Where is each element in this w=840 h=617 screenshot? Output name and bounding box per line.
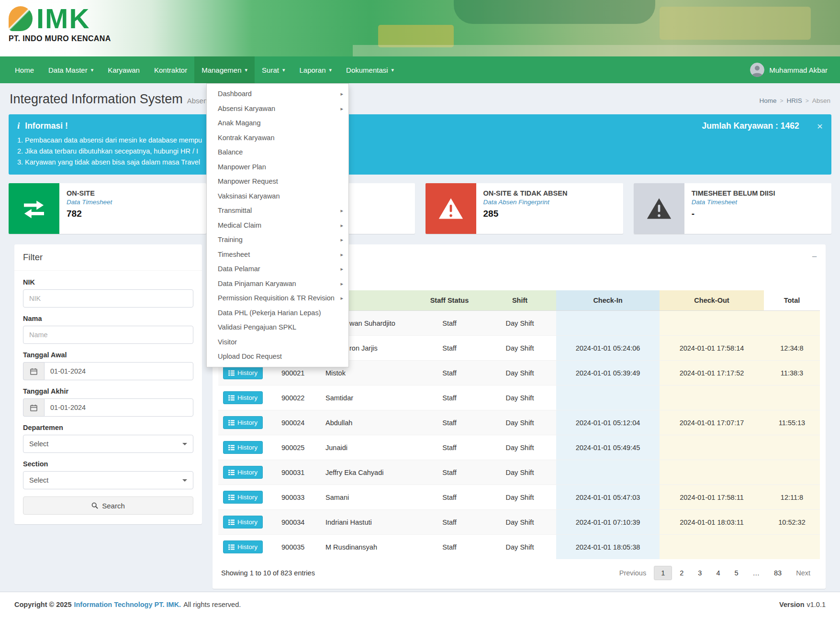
menu-item-visitor[interactable]: Visitor: [207, 335, 348, 350]
pagination-page-83[interactable]: 83: [767, 566, 788, 580]
departemen-select-value: Select: [29, 440, 48, 448]
pagination-page-4[interactable]: 4: [709, 566, 727, 580]
caret-down-icon: ▾: [245, 67, 248, 73]
nav-item-surat[interactable]: Surat ▾: [255, 56, 292, 83]
breadcrumb-home[interactable]: Home: [759, 97, 776, 104]
menu-item-training[interactable]: Training▸: [207, 232, 348, 247]
menu-item-label: Kontrak Karyawan: [218, 134, 274, 142]
stat-link[interactable]: Data Timesheet: [67, 198, 112, 206]
menu-item-transmittal[interactable]: Transmittal▸: [207, 203, 348, 218]
pagination-previous[interactable]: Previous: [613, 566, 653, 580]
history-button[interactable]: History: [223, 540, 263, 553]
alert-line: 1. Pembacaan data absensi dari mesin ke …: [17, 135, 823, 146]
history-button[interactable]: History: [223, 516, 263, 529]
pagination-page-3[interactable]: 3: [691, 566, 708, 580]
close-icon[interactable]: ×: [817, 121, 823, 131]
pagination-page-1[interactable]: 1: [654, 566, 672, 580]
cell-nama: Junaidi: [321, 435, 415, 460]
history-button[interactable]: History: [223, 416, 263, 429]
tanggal-akhir-input[interactable]: [44, 398, 193, 417]
brand-logo[interactable]: IMK PT. INDO MURO KENCANA: [9, 5, 111, 43]
header-staff-status[interactable]: Staff Status: [415, 290, 483, 311]
menu-item-dashboard[interactable]: Dashboard▸: [207, 87, 348, 101]
cell-shift: Day Shift: [483, 336, 556, 361]
pagination-ellipsis: …: [746, 566, 767, 580]
cell-nik: 900024: [277, 410, 321, 435]
nav-item-dokumentasi[interactable]: Dokumentasi ▾: [339, 56, 401, 83]
cell-status: Staff: [415, 460, 483, 485]
section-select[interactable]: Select: [23, 471, 193, 489]
nav-item-kontraktor[interactable]: Kontraktor: [147, 56, 194, 83]
cell-status: Staff: [415, 435, 483, 460]
menu-item-kontrak-karyawan[interactable]: Kontrak Karyawan: [207, 131, 348, 145]
list-icon: [228, 470, 235, 475]
menu-item-manpower-plan[interactable]: Manpower Plan: [207, 160, 348, 175]
user-menu[interactable]: Muhammad Akbar: [738, 56, 840, 83]
nama-label: Nama: [23, 315, 193, 322]
pagination-page-2[interactable]: 2: [673, 566, 690, 580]
header-checkin[interactable]: Check-In: [556, 290, 660, 311]
banner-truck-decoration: [378, 25, 454, 47]
submenu-arrow-icon: ▸: [340, 104, 343, 113]
menu-item-data-pelamar[interactable]: Data Pelamar▸: [207, 262, 348, 276]
cell-checkout: 2024-01-01 17:58:14: [660, 336, 764, 361]
pagination-page-5[interactable]: 5: [728, 566, 745, 580]
nav-item-managemen[interactable]: Managemen ▾: [194, 56, 255, 83]
cell-checkin: 2024-01-01 07:10:39: [556, 510, 660, 535]
nav-item-laporan[interactable]: Laporan ▾: [292, 56, 339, 83]
header-total[interactable]: Total: [764, 290, 820, 311]
nav-item-data-master[interactable]: Data Master ▾: [41, 56, 101, 83]
nav-item-home[interactable]: Home: [8, 56, 41, 83]
menu-item-balance[interactable]: Balance: [207, 145, 348, 160]
tanggal-awal-input[interactable]: [44, 362, 193, 380]
menu-item-vaksinasi-karyawan[interactable]: Vaksinasi Karyawan: [207, 189, 348, 204]
filter-panel: Filter NIK Nama Tanggal Awal: [14, 244, 202, 524]
collapse-minus-icon[interactable]: −: [812, 252, 817, 271]
history-button[interactable]: History: [223, 466, 263, 479]
stat-link[interactable]: Data Absen Fingerprint: [483, 198, 568, 206]
employee-count-badge: Jumlah Karyawan : 1462: [702, 121, 799, 131]
stat-link[interactable]: Data Timesheet: [692, 198, 775, 206]
menu-item-upload-doc-request[interactable]: Upload Doc Request: [207, 349, 348, 364]
departemen-select[interactable]: Select: [23, 435, 193, 453]
version-value: v1.0.1: [807, 601, 826, 608]
version-label: Version: [779, 601, 804, 608]
menu-item-label: Medical Claim: [218, 221, 261, 229]
menu-item-data-phl[interactable]: Data PHL (Pekerja Harian Lepas): [207, 306, 348, 320]
banner-truck-decoration: [660, 7, 811, 39]
page-footer: Copyright © 2025 Information Technology …: [0, 592, 840, 617]
cell-total: 11:38:3: [764, 361, 820, 386]
tanggal-akhir-label: Tanggal Akhir: [23, 387, 193, 395]
menu-item-medical-claim[interactable]: Medical Claim▸: [207, 218, 348, 233]
breadcrumb-hris[interactable]: HRIS: [786, 97, 802, 104]
footer-it-link[interactable]: Information Technology PT. IMK.: [74, 601, 181, 608]
table-row: History 900024 Abdullah Staff Day Shift …: [218, 410, 820, 435]
history-button[interactable]: History: [223, 441, 263, 454]
cell-checkin: 2024-01-01 05:24:06: [556, 336, 660, 361]
menu-item-permission-requisition[interactable]: Permission Requisition & TR Revision▸: [207, 291, 348, 306]
menu-item-data-pinjaman-karyawan[interactable]: Data Pinjaman Karyawan▸: [207, 276, 348, 291]
menu-item-timesheet[interactable]: Timesheet▸: [207, 247, 348, 262]
cell-nik: 900031: [277, 460, 321, 485]
menu-item-label: Dashboard: [218, 90, 252, 98]
menu-item-absensi-karyawan[interactable]: Absensi Karyawan▸: [207, 101, 348, 116]
table-row: History 900022 Samtidar Staff Day Shift: [218, 386, 820, 410]
stat-card-onsite-tidak-absen: ON-SITE & TIDAK ABSEN Data Absen Fingerp…: [426, 183, 623, 234]
table-row: History 900025 Junaidi Staff Day Shift 2…: [218, 435, 820, 460]
menu-item-manpower-request[interactable]: Manpower Request: [207, 174, 348, 189]
history-button[interactable]: History: [223, 391, 263, 404]
search-button[interactable]: Search: [23, 496, 193, 515]
header-banner: IMK PT. INDO MURO KENCANA: [0, 0, 840, 56]
header-checkout[interactable]: Check-Out: [660, 290, 764, 311]
menu-item-validasi-spkl[interactable]: Validasi Pengajuan SPKL: [207, 320, 348, 335]
nama-input[interactable]: [23, 326, 193, 344]
nik-input[interactable]: [23, 289, 193, 308]
breadcrumb-current: Absen: [812, 97, 830, 104]
history-button[interactable]: History: [223, 366, 263, 379]
history-button[interactable]: History: [223, 491, 263, 504]
header-shift[interactable]: Shift: [483, 290, 556, 311]
nav-item-karyawan[interactable]: Karyawan: [101, 56, 147, 83]
pagination-next[interactable]: Next: [789, 566, 817, 580]
menu-item-anak-magang[interactable]: Anak Magang: [207, 116, 348, 131]
search-button-label: Search: [102, 502, 125, 510]
